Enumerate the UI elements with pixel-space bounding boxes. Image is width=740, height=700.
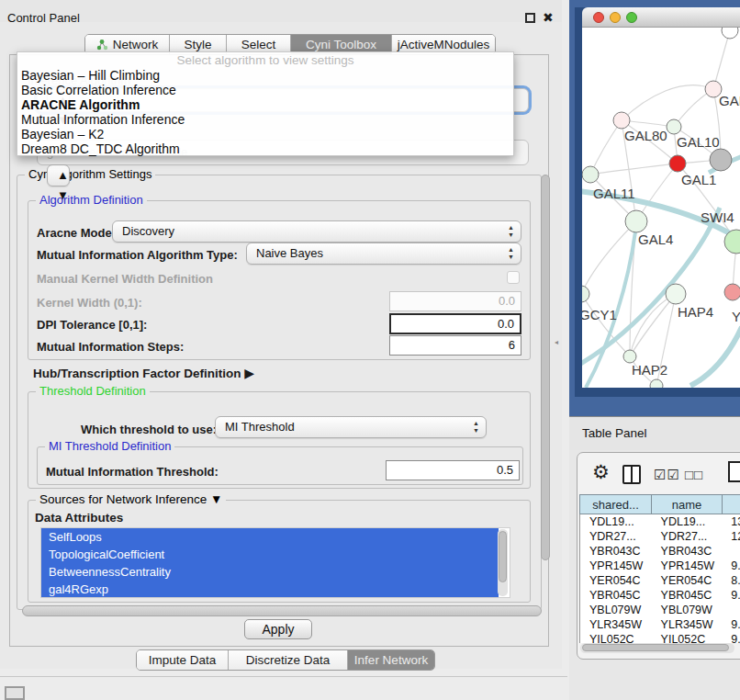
gear-icon[interactable]: ⚙ bbox=[592, 461, 610, 483]
algorithm-option[interactable]: Mutual Information Inference bbox=[17, 112, 513, 127]
panel-hscrollbar[interactable] bbox=[22, 605, 542, 616]
mi-threshold-field[interactable]: 0.5 bbox=[386, 460, 520, 480]
algorithm-dropdown-popup: Select algorithm to view settings Bayesi… bbox=[17, 51, 514, 156]
aracne-mode-label: Aracne Mode: bbox=[37, 226, 116, 240]
table-row[interactable]: YIL052CYIL052C9. bbox=[580, 632, 740, 643]
node-gal-partial-label: GAL bbox=[719, 93, 740, 108]
algorithm-definition-title: Algorithm Definition bbox=[36, 193, 147, 207]
column-header[interactable] bbox=[722, 494, 740, 514]
list-scrollbar-thumb[interactable] bbox=[499, 531, 507, 582]
tab-infer-network[interactable]: Infer Network bbox=[348, 650, 434, 670]
splitter-grip[interactable]: ◂ bbox=[555, 338, 559, 346]
document-icon[interactable] bbox=[728, 461, 740, 482]
network-canvas[interactable]: GALGAL80GAL10GAL1GAL11GAL4SWI4GCY1HAP4YH… bbox=[582, 28, 740, 388]
table-cell: YBR043C bbox=[580, 544, 652, 559]
float-icon[interactable] bbox=[525, 13, 535, 23]
table-cell: YBR043C bbox=[652, 544, 723, 559]
table-cell: YDR27... bbox=[580, 529, 652, 544]
network-window-titlebar[interactable] bbox=[582, 7, 740, 28]
table-cell: 9. bbox=[722, 617, 740, 632]
node-gal10[interactable] bbox=[667, 119, 681, 134]
table-cell: YLR345W bbox=[580, 617, 652, 632]
list-scrollbar-track[interactable] bbox=[498, 529, 508, 596]
node-gal10-label: GAL10 bbox=[677, 134, 720, 150]
data-attributes-list[interactable]: SelfLoopsTopologicalCoefficientBetweenne… bbox=[40, 527, 510, 598]
node-hap2[interactable] bbox=[623, 350, 636, 363]
checked-pair-icon[interactable]: ☑☑ bbox=[654, 467, 680, 483]
node-gcy1[interactable] bbox=[582, 286, 589, 302]
data-attribute-item[interactable]: gal4RGexp bbox=[41, 581, 499, 598]
divider bbox=[0, 676, 567, 677]
mi-algorithm-type-combo[interactable]: Naive Bayes ▲▼ bbox=[246, 243, 521, 265]
node-gal1[interactable] bbox=[669, 155, 686, 172]
columns-icon[interactable] bbox=[622, 465, 641, 484]
corner-widget[interactable] bbox=[5, 686, 25, 700]
column-header[interactable]: name bbox=[651, 494, 722, 514]
sources-title[interactable]: Sources for Network Inference ▼ bbox=[36, 492, 226, 506]
algorithm-option[interactable]: Bayesian – K2 bbox=[17, 127, 513, 141]
mi-steps-field[interactable]: 6 bbox=[389, 335, 521, 356]
table-row[interactable]: YBR043CYBR043C bbox=[580, 544, 740, 559]
panel-vscrollbar[interactable] bbox=[541, 175, 550, 560]
control-panel-titlebar bbox=[0, 0, 562, 22]
node-gal4[interactable] bbox=[625, 210, 647, 232]
table-cell: YPR145W bbox=[652, 559, 723, 573]
node-gray[interactable] bbox=[710, 149, 732, 171]
node-bottom-partial[interactable] bbox=[650, 379, 663, 388]
threshold-definition-title: Threshold Definition bbox=[36, 384, 150, 398]
table-hscrollbar-track[interactable] bbox=[580, 643, 734, 653]
node-top-partial[interactable] bbox=[722, 28, 738, 39]
table-row[interactable]: YER054CYER054C8. bbox=[580, 573, 740, 588]
close-icon[interactable]: ✖ bbox=[543, 10, 554, 25]
table-cell bbox=[722, 603, 740, 617]
table-row[interactable]: YDL19...YDL19...13 bbox=[580, 514, 740, 529]
algorithm-option[interactable]: Basic Correlation Inference bbox=[17, 83, 513, 97]
node-y-partial[interactable] bbox=[724, 284, 740, 300]
dpi-tolerance-field[interactable]: 0.0 bbox=[389, 313, 521, 334]
node-gal11[interactable] bbox=[582, 166, 599, 183]
apply-button[interactable]: Apply bbox=[244, 619, 312, 639]
table-cell: YBR045C bbox=[580, 588, 652, 603]
node-hap4-label: HAP4 bbox=[678, 304, 713, 320]
cyni-bottom-tabs: Impute DataDiscretize DataInfer Network bbox=[136, 649, 435, 671]
table-row[interactable]: YDR27...YDR27...12 bbox=[580, 529, 740, 544]
close-traffic-icon[interactable] bbox=[593, 12, 604, 23]
tab-label: Cyni Toolbox bbox=[306, 38, 376, 51]
table-cell bbox=[722, 544, 740, 559]
tab-impute-data[interactable]: Impute Data bbox=[137, 650, 229, 670]
mi-threshold-label: Mutual Information Threshold: bbox=[46, 465, 219, 479]
unchecked-pair-icon[interactable]: □□ bbox=[685, 467, 703, 482]
node-hap4[interactable] bbox=[666, 284, 686, 304]
table-cell: 12 bbox=[722, 529, 740, 544]
table-cell: YBL079W bbox=[580, 603, 652, 617]
data-attribute-item[interactable]: SelfLoops bbox=[41, 528, 499, 546]
maximize-traffic-icon[interactable] bbox=[626, 12, 637, 23]
table-row[interactable]: YBL079WYBL079W bbox=[580, 603, 740, 617]
which-threshold-combo[interactable]: MI Threshold ▲▼ bbox=[215, 416, 487, 438]
algorithm-option[interactable]: Dream8 DC_TDC Algorithm bbox=[17, 141, 513, 156]
table-hscrollbar-thumb[interactable] bbox=[582, 644, 729, 651]
aracne-mode-combo[interactable]: Discovery ▲▼ bbox=[112, 220, 521, 243]
algorithm-option[interactable]: Bayesian – Hill Climbing bbox=[17, 68, 513, 83]
column-header[interactable]: shared... bbox=[579, 494, 651, 514]
data-attribute-item[interactable]: BetweennessCentrality bbox=[41, 563, 499, 581]
kernel-width-field[interactable]: 0.0 bbox=[389, 291, 521, 311]
mi-steps-label: Mutual Information Steps: bbox=[37, 340, 184, 354]
table-cell: YIL052C bbox=[652, 632, 723, 643]
tab-discretize-data[interactable]: Discretize Data bbox=[229, 650, 348, 670]
minimize-traffic-icon[interactable] bbox=[610, 12, 621, 23]
table-row[interactable]: YBR045CYBR045C9. bbox=[580, 588, 740, 603]
table-cell: 8. bbox=[722, 573, 740, 588]
algorithm-option[interactable]: ARACNE Algorithm bbox=[17, 97, 513, 112]
table-row[interactable]: YLR345WYLR345W9. bbox=[580, 617, 740, 632]
tab-label: jActiveMNodules bbox=[398, 38, 490, 51]
table-row[interactable]: YPR145WYPR145W9. bbox=[580, 559, 740, 573]
spinner-arrows-icon: ▲▼ bbox=[473, 420, 479, 435]
table-cell: YPR145W bbox=[580, 559, 652, 573]
spinner-arrows-icon: ▲▼ bbox=[47, 164, 70, 186]
hub-definition-toggle[interactable]: Hub/Transcription Factor Definition ▶ bbox=[33, 366, 254, 380]
data-attribute-item[interactable]: TopologicalCoefficient bbox=[41, 546, 499, 563]
node-gal80[interactable] bbox=[613, 112, 630, 129]
manual-kernel-width-checkbox[interactable] bbox=[507, 271, 520, 284]
network-edge bbox=[590, 164, 678, 175]
